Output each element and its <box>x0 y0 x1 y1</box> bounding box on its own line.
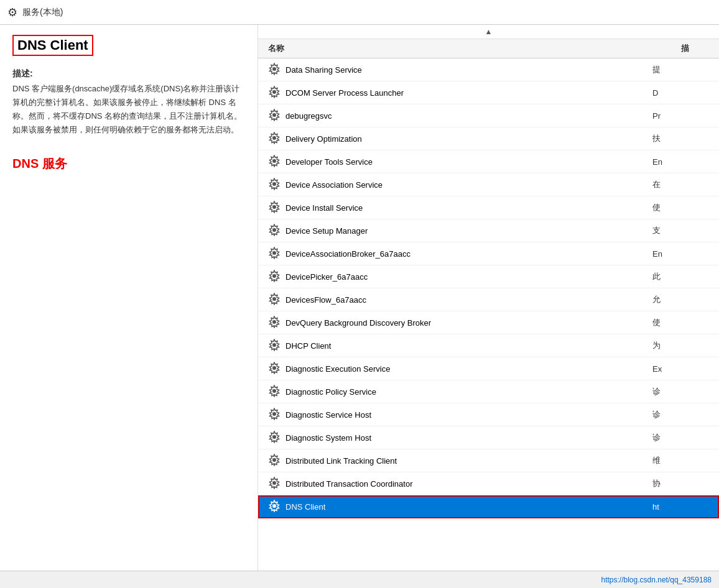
service-desc: 提 <box>652 64 719 75</box>
gear-icon <box>268 339 281 351</box>
gear-icon <box>268 247 281 259</box>
service-row[interactable]: DHCP Client 为 <box>258 334 719 357</box>
service-icon-wrap <box>268 109 282 122</box>
service-desc: 诊 <box>652 432 719 443</box>
svg-point-16 <box>272 435 276 439</box>
gear-icon <box>268 178 281 190</box>
service-icon-wrap <box>268 247 282 260</box>
service-desc: ht <box>652 502 719 512</box>
service-name: DCOM Server Process Launcher <box>285 88 652 98</box>
gear-icon <box>268 362 281 374</box>
table-header: 名称 描 <box>258 39 719 58</box>
service-desc: 使 <box>652 317 719 328</box>
title-text: 服务(本地) <box>22 7 63 18</box>
service-desc: 此 <box>652 271 719 282</box>
service-row[interactable]: Diagnostic Service Host 诊 <box>258 403 719 426</box>
gear-icon <box>268 316 281 328</box>
service-name: Device Install Service <box>285 203 652 213</box>
svg-point-4 <box>272 159 276 163</box>
service-name: Device Association Service <box>285 180 652 190</box>
service-icon-wrap <box>268 431 282 444</box>
service-row[interactable]: Distributed Transaction Coordinator 协 <box>258 472 719 495</box>
service-row[interactable]: Data Sharing Service 提 <box>258 58 719 81</box>
service-row[interactable]: Diagnostic Execution Service Ex <box>258 357 719 380</box>
service-icon-wrap <box>268 293 282 306</box>
service-icon-wrap <box>268 385 282 398</box>
service-icon-wrap <box>268 201 282 214</box>
service-row[interactable]: DevicePicker_6a7aacc 此 <box>258 265 719 288</box>
service-desc: 协 <box>652 478 719 489</box>
dns-service-label: DNS 服务 <box>12 155 245 172</box>
gear-icon <box>268 408 281 420</box>
service-row[interactable]: DeviceAssociationBroker_6a7aacc En <box>258 242 719 265</box>
service-name: Diagnostic Execution Service <box>285 364 652 374</box>
service-row[interactable]: Device Setup Manager 支 <box>258 219 719 242</box>
service-desc: En <box>652 157 719 167</box>
service-icon-wrap <box>268 86 282 99</box>
gear-icon <box>268 270 281 282</box>
service-name: DevQuery Background Discovery Broker <box>285 318 652 328</box>
service-list: Data Sharing Service 提 DCOM Server Proce… <box>258 58 719 571</box>
bottom-link[interactable]: https://blog.csdn.net/qq_4359188 <box>601 576 712 584</box>
service-name: DevicesFlow_6a7aacc <box>285 295 652 305</box>
service-desc: 支 <box>652 225 719 236</box>
svg-point-1 <box>272 90 276 94</box>
gear-icon <box>268 109 281 121</box>
service-row[interactable]: Device Association Service 在 <box>258 173 719 196</box>
service-name: Diagnostic Service Host <box>285 410 652 420</box>
service-desc: 在 <box>652 179 719 190</box>
gear-icon <box>268 224 281 236</box>
service-icon-wrap <box>268 362 282 375</box>
svg-point-15 <box>272 412 276 416</box>
service-name: DeviceAssociationBroker_6a7aacc <box>285 249 652 259</box>
service-name: Developer Tools Service <box>285 157 652 167</box>
gear-icon <box>268 293 281 305</box>
gear-icon <box>268 201 281 213</box>
service-icon-wrap <box>268 63 282 76</box>
service-icon-wrap <box>268 270 282 283</box>
svg-point-7 <box>272 228 276 232</box>
service-icon-wrap <box>268 178 282 191</box>
svg-point-5 <box>272 182 276 186</box>
gear-icon <box>268 431 281 443</box>
service-row[interactable]: Distributed Link Tracking Client 维 <box>258 449 719 472</box>
service-name: Distributed Transaction Coordinator <box>285 479 652 489</box>
svg-point-6 <box>272 205 276 209</box>
service-row[interactable]: Developer Tools Service En <box>258 150 719 173</box>
service-row[interactable]: DNS Client ht <box>258 495 719 518</box>
service-icon-wrap <box>268 477 282 490</box>
service-desc: 扶 <box>652 133 719 144</box>
gear-icon <box>268 385 281 397</box>
col-desc-header: 描 <box>681 43 719 54</box>
service-row[interactable]: Device Install Service 使 <box>258 196 719 219</box>
service-desc: 维 <box>652 455 719 466</box>
gear-icon <box>268 500 281 512</box>
svg-point-11 <box>272 320 276 324</box>
service-desc: Pr <box>652 111 719 121</box>
service-icon-wrap <box>268 224 282 237</box>
service-name: debugregsvc <box>285 111 652 121</box>
service-row[interactable]: Diagnostic System Host 诊 <box>258 426 719 449</box>
left-panel: DNS Client 描述: DNS 客户端服务(dnscache)缓存域名系统… <box>0 25 258 571</box>
main-container: DNS Client 描述: DNS 客户端服务(dnscache)缓存域名系统… <box>0 25 719 571</box>
gear-icon <box>268 477 281 489</box>
right-panel: ▲ 名称 描 Data Sharing Service 提 DCOM Serve… <box>258 25 719 571</box>
title-icon: ⚙ <box>7 6 17 19</box>
service-name: DNS Client <box>285 502 652 512</box>
gear-icon <box>268 86 281 98</box>
service-name: Diagnostic Policy Service <box>285 387 652 397</box>
service-desc: 允 <box>652 294 719 305</box>
service-row[interactable]: Diagnostic Policy Service 诊 <box>258 380 719 403</box>
service-icon-wrap <box>268 500 282 513</box>
service-name: Data Sharing Service <box>285 65 652 75</box>
col-name-header: 名称 <box>258 43 681 54</box>
description-text: DNS 客户端服务(dnscache)缓存域名系统(DNS)名称并注册该计算机的… <box>12 82 245 137</box>
service-row[interactable]: DevicesFlow_6a7aacc 允 <box>258 288 719 311</box>
gear-icon <box>268 132 281 144</box>
service-row[interactable]: debugregsvc Pr <box>258 104 719 127</box>
service-row[interactable]: DevQuery Background Discovery Broker 使 <box>258 311 719 334</box>
service-name: Device Setup Manager <box>285 226 652 236</box>
service-row[interactable]: DCOM Server Process Launcher D <box>258 81 719 104</box>
service-icon-wrap <box>268 454 282 467</box>
service-row[interactable]: Delivery Optimization 扶 <box>258 127 719 150</box>
